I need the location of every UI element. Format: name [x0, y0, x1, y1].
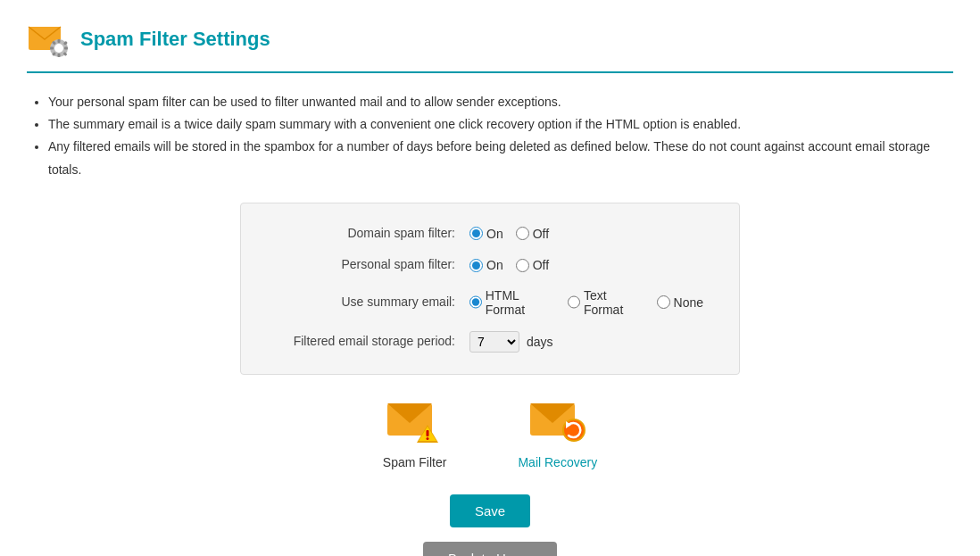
- mail-recovery-shortcut-label: Mail Recovery: [518, 455, 597, 469]
- summary-none-option[interactable]: None: [657, 295, 703, 310]
- page-title: Spam Filter Settings: [80, 28, 270, 51]
- personal-filter-off-label: Off: [533, 258, 549, 272]
- personal-filter-off-option[interactable]: Off: [516, 258, 549, 272]
- spam-filter-shortcut-label: Spam Filter: [383, 455, 447, 469]
- domain-filter-on-label: On: [486, 227, 503, 241]
- personal-filter-off-radio[interactable]: [516, 259, 529, 272]
- days-select[interactable]: 1 2 3 4 5 6 7 14 30: [469, 331, 519, 353]
- personal-spam-filter-label: Personal spam filter:: [277, 256, 455, 274]
- mail-recovery-envelope-icon: [529, 400, 586, 446]
- info-list: Your personal spam filter can be used to…: [27, 91, 953, 181]
- domain-filter-off-radio[interactable]: [516, 227, 529, 240]
- summary-email-label: Use summary email:: [277, 294, 455, 311]
- save-button[interactable]: Save: [450, 494, 530, 527]
- personal-filter-on-radio[interactable]: [469, 259, 483, 272]
- personal-spam-filter-row: Personal spam filter: On Off: [277, 256, 703, 274]
- summary-email-options: HTML Format Text Format None: [469, 288, 703, 317]
- days-label: days: [527, 335, 553, 349]
- svg-point-16: [426, 437, 428, 440]
- summary-html-option[interactable]: HTML Format: [469, 288, 555, 317]
- back-to-home-button[interactable]: Back to Home: [423, 542, 557, 556]
- storage-period-row: Filtered email storage period: 1 2 3 4 5…: [277, 331, 703, 353]
- summary-none-radio[interactable]: [657, 295, 670, 309]
- spam-filter-shortcut[interactable]: Spam Filter: [383, 400, 447, 469]
- svg-point-2: [54, 44, 63, 53]
- summary-text-option[interactable]: Text Format: [568, 288, 644, 317]
- summary-email-row: Use summary email: HTML Format Text Form…: [277, 288, 703, 317]
- domain-spam-filter-row: Domain spam filter: On Off: [277, 225, 703, 243]
- info-item-1: Your personal spam filter can be used to…: [48, 91, 953, 113]
- personal-spam-filter-options: On Off: [469, 258, 549, 272]
- summary-text-label: Text Format: [584, 288, 644, 317]
- spam-filter-icon: [27, 18, 70, 61]
- domain-filter-on-radio[interactable]: [469, 227, 483, 240]
- spam-filter-envelope-icon: [386, 400, 444, 446]
- page-header: Spam Filter Settings: [27, 18, 953, 73]
- domain-filter-off-label: Off: [533, 227, 549, 241]
- summary-html-label: HTML Format: [486, 288, 556, 317]
- domain-spam-filter-options: On Off: [469, 227, 549, 241]
- info-item-2: The summary email is a twice daily spam …: [48, 113, 953, 136]
- personal-filter-on-option[interactable]: On: [469, 258, 503, 272]
- summary-html-radio[interactable]: [469, 295, 482, 309]
- svg-rect-4: [58, 54, 61, 57]
- summary-text-radio[interactable]: [568, 295, 580, 309]
- personal-filter-on-label: On: [486, 258, 503, 272]
- settings-panel: Domain spam filter: On Off Personal spam…: [240, 203, 740, 375]
- summary-none-label: None: [674, 295, 703, 310]
- svg-rect-5: [50, 47, 54, 50]
- mail-recovery-shortcut[interactable]: Mail Recovery: [518, 400, 597, 469]
- domain-spam-filter-label: Domain spam filter:: [277, 225, 455, 243]
- domain-filter-on-option[interactable]: On: [469, 227, 503, 241]
- shortcut-icons-row: Spam Filter Mail Recovery: [27, 400, 953, 469]
- domain-filter-off-option[interactable]: Off: [516, 227, 549, 241]
- svg-rect-15: [426, 430, 428, 436]
- storage-period-label: Filtered email storage period:: [277, 333, 455, 351]
- svg-rect-6: [64, 47, 68, 50]
- svg-rect-3: [58, 39, 61, 43]
- action-buttons: Save Back to Home: [27, 494, 953, 556]
- info-item-3: Any filtered emails will be stored in th…: [48, 136, 953, 180]
- storage-period-control: 1 2 3 4 5 6 7 14 30 days: [469, 331, 553, 353]
